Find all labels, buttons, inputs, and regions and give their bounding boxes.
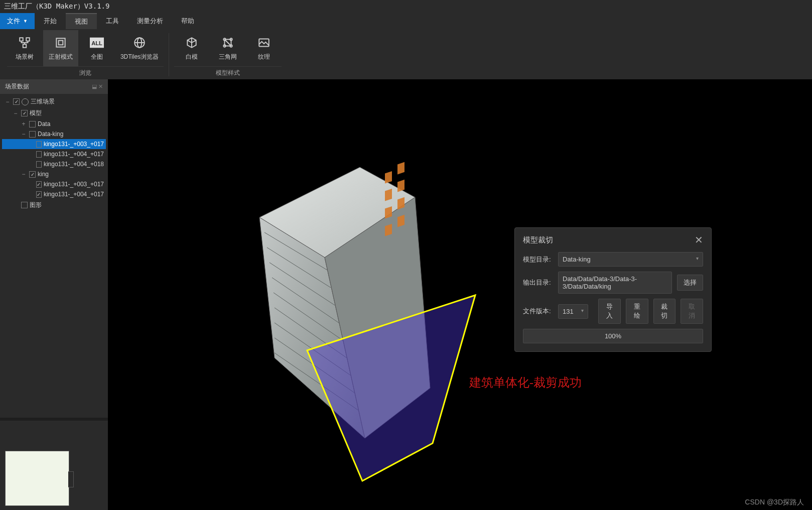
dialog-title: 模型裁切 bbox=[523, 235, 553, 245]
menu-measure[interactable]: 测量分析 bbox=[128, 13, 172, 29]
svg-rect-1 bbox=[26, 38, 30, 41]
building-model bbox=[234, 157, 485, 483]
globe-icon bbox=[132, 36, 147, 50]
tree-model[interactable]: −模型 bbox=[2, 107, 106, 119]
triangle-mesh-button[interactable]: 三角网 bbox=[210, 30, 245, 66]
scene-tree[interactable]: −三维场景 −模型 +Data −Data-king kingo131-_+00… bbox=[0, 94, 108, 418]
file-version-label: 文件版本: bbox=[523, 307, 553, 316]
svg-rect-4 bbox=[59, 40, 63, 45]
menu-help[interactable]: 帮助 bbox=[172, 13, 203, 29]
output-dir-input[interactable]: Data/Data/Data-3/Data-3-3/Data/Data/king bbox=[558, 272, 672, 294]
import-button[interactable]: 导入 bbox=[598, 299, 621, 324]
tree-data-king[interactable]: −Data-king bbox=[2, 129, 106, 139]
mesh-icon bbox=[221, 36, 235, 50]
svg-rect-26 bbox=[385, 171, 392, 184]
ortho-mode-button[interactable]: 正射模式 bbox=[43, 30, 78, 66]
cube-icon bbox=[185, 36, 199, 50]
tree-item[interactable]: kingo131-_+004_+018 bbox=[2, 159, 106, 169]
watermark: CSDN @3D探路人 bbox=[745, 498, 804, 507]
crop-button[interactable]: 裁切 bbox=[653, 299, 676, 324]
select-button[interactable]: 选择 bbox=[677, 275, 703, 291]
crop-dialog: 模型裁切 ✕ 模型目录: Data-king 输出目录: Data/Data/D… bbox=[514, 227, 712, 352]
browse-group-label: 浏览 bbox=[7, 66, 164, 79]
close-icon[interactable]: ✕ bbox=[695, 234, 703, 246]
ortho-icon bbox=[54, 36, 68, 50]
model-dir-select[interactable]: Data-king bbox=[558, 252, 703, 267]
file-version-select[interactable]: 131 bbox=[558, 304, 588, 319]
svg-rect-30 bbox=[397, 162, 404, 175]
texture-button[interactable]: 纹理 bbox=[246, 30, 282, 66]
tree-data[interactable]: +Data bbox=[2, 119, 106, 129]
tree-item[interactable]: kingo131-_+004_+017 bbox=[2, 189, 106, 199]
output-dir-label: 输出目录: bbox=[523, 278, 553, 287]
tree-icon bbox=[18, 36, 32, 50]
svg-text:ALL: ALL bbox=[91, 40, 102, 46]
model-dir-label: 模型目录: bbox=[523, 255, 553, 264]
full-view-button[interactable]: ALL 全图 bbox=[79, 30, 114, 66]
tree-king[interactable]: −king bbox=[2, 169, 106, 179]
menu-view[interactable]: 视图 bbox=[66, 13, 97, 29]
app-title: 三维工厂（K3D Maker）V3.1.9 bbox=[0, 0, 812, 13]
thumbnail[interactable] bbox=[5, 451, 69, 506]
tiles-browser-button[interactable]: 3DTiles浏览器 bbox=[115, 30, 164, 66]
svg-rect-2 bbox=[23, 44, 27, 48]
viewport-3d[interactable]: 模型裁切 ✕ 模型目录: Data-king 输出目录: Data/Data/D… bbox=[108, 79, 812, 510]
tree-root[interactable]: −三维场景 bbox=[2, 96, 106, 107]
menu-tools[interactable]: 工具 bbox=[97, 13, 128, 29]
ribbon: 场景树 正射模式 ALL 全图 3DTiles浏览器 浏览 白模 bbox=[0, 29, 812, 79]
svg-rect-0 bbox=[20, 38, 23, 41]
white-model-button[interactable]: 白模 bbox=[174, 30, 209, 66]
cancel-button[interactable]: 取消 bbox=[681, 299, 703, 324]
tree-item[interactable]: kingo131-_+004_+017 bbox=[2, 149, 106, 159]
menu-start[interactable]: 开始 bbox=[35, 13, 66, 29]
svg-rect-3 bbox=[56, 38, 65, 47]
svg-rect-31 bbox=[397, 180, 404, 192]
scene-tree-button[interactable]: 场景树 bbox=[7, 30, 42, 66]
panel-close-icon[interactable]: ⬓ ✕ bbox=[92, 83, 103, 90]
tree-item[interactable]: kingo131-_+003_+017 bbox=[2, 179, 106, 189]
image-icon bbox=[257, 36, 271, 50]
globe-icon bbox=[22, 98, 29, 105]
progress-bar: 100% bbox=[523, 329, 703, 343]
ribbon-separator bbox=[169, 33, 169, 76]
tree-item[interactable]: kingo131-_+003_+017 bbox=[2, 139, 106, 149]
menu-bar: 文件 开始 视图 工具 测量分析 帮助 bbox=[0, 13, 812, 29]
thumbnail-panel bbox=[0, 421, 108, 510]
model-style-group-label: 模型样式 bbox=[174, 66, 282, 79]
scene-panel-header: 场景数据 ⬓ ✕ bbox=[0, 79, 108, 94]
file-menu[interactable]: 文件 bbox=[0, 13, 35, 29]
all-icon: ALL bbox=[90, 36, 104, 50]
tree-graphics[interactable]: 图形 bbox=[2, 199, 106, 211]
annotation-text: 建筑单体化-裁剪成功 bbox=[469, 374, 582, 391]
redraw-button[interactable]: 重绘 bbox=[626, 299, 648, 324]
